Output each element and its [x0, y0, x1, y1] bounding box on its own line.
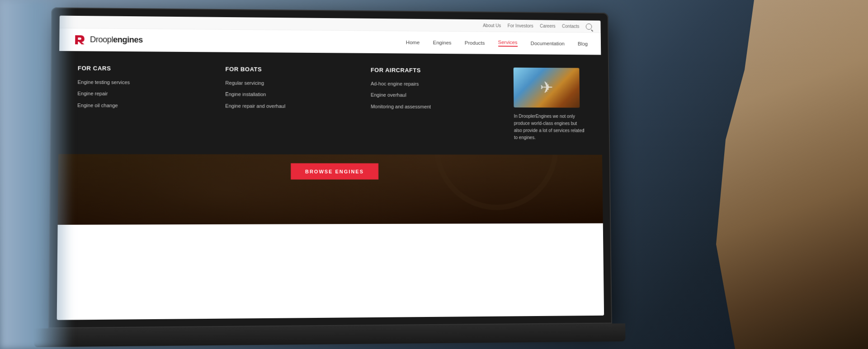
logo-icon: [73, 33, 86, 46]
nav-products[interactable]: Products: [465, 40, 485, 45]
search-icon[interactable]: [586, 23, 592, 30]
laptop-screen: About Us For Investors Careers Contacts: [57, 16, 604, 320]
nav-documentation[interactable]: Documentation: [531, 41, 565, 46]
aircraft-image: [514, 68, 580, 108]
menu-aircrafts-item-2[interactable]: Engine overhaul: [371, 92, 487, 99]
menu-cars-item-3[interactable]: Engine oil change: [77, 102, 198, 110]
menu-col-cars: FOR CARS Engine testing services Engine …: [77, 65, 198, 140]
menu-cars-item-1[interactable]: Engine testing services: [78, 79, 198, 87]
menu-aircrafts-item-1[interactable]: Ad-hoc engine repairs: [371, 80, 487, 88]
menu-col-aircrafts: FOR AIRCRAFTS Ad-hoc engine repairs Engi…: [371, 67, 488, 141]
laptop-screen-bezel: About Us For Investors Careers Contacts: [48, 7, 612, 328]
menu-col-aircrafts-title: FOR AIRCRAFTS: [371, 67, 487, 74]
menu-boats-item-1[interactable]: Regular servicing: [225, 79, 344, 87]
top-bar-about[interactable]: About Us: [483, 23, 501, 28]
nav-blog[interactable]: Blog: [578, 41, 588, 46]
menu-col-boats-title: FOR BOATS: [226, 66, 344, 74]
top-bar-careers[interactable]: Careers: [540, 23, 556, 28]
menu-cars-item-2[interactable]: Engine repair: [77, 90, 198, 98]
menu-side-description: In DrooplerEngines we not only produce w…: [514, 113, 585, 141]
nav-items: Home Engines Products Services Documenta…: [161, 37, 588, 47]
mega-menu-dropdown: FOR CARS Engine testing services Engine …: [58, 51, 602, 155]
menu-aircrafts-item-3[interactable]: Monitoring and assessment: [371, 103, 487, 111]
browse-engines-button[interactable]: BROWSE ENGINES: [291, 163, 378, 179]
logo[interactable]: Drooplengines: [73, 33, 143, 47]
menu-col-cars-title: FOR CARS: [78, 65, 198, 72]
logo-text: Drooplengines: [90, 35, 143, 45]
top-bar-investors[interactable]: For Investors: [508, 23, 533, 28]
nav-services[interactable]: Services: [498, 39, 518, 47]
nav-home[interactable]: Home: [406, 39, 420, 45]
top-bar-contacts[interactable]: Contacts: [562, 24, 579, 29]
menu-boats-item-2[interactable]: Engine installation: [225, 91, 344, 99]
laptop-frame: About Us For Investors Careers Contacts: [48, 7, 630, 347]
left-blur-overlay: [0, 0, 72, 349]
menu-col-boats: FOR BOATS Regular servicing Engine insta…: [225, 66, 344, 141]
menu-image-column: In DrooplerEngines we not only produce w…: [514, 68, 585, 142]
main-navigation: Drooplengines Home Engines Products Serv…: [59, 28, 601, 55]
website-content: About Us For Investors Careers Contacts: [57, 16, 604, 320]
nav-engines[interactable]: Engines: [433, 40, 452, 45]
menu-boats-item-3[interactable]: Engine repair and overhaul: [225, 102, 344, 110]
